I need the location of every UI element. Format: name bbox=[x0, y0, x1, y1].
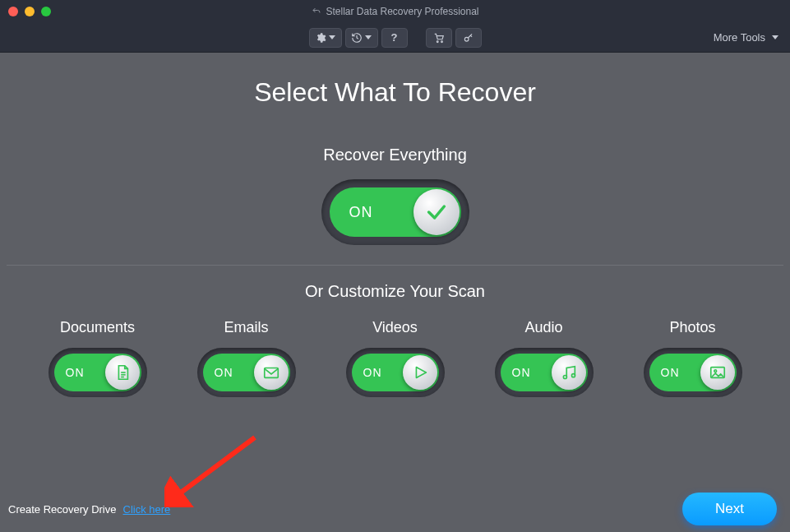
category-label: Videos bbox=[372, 319, 418, 336]
svg-point-9 bbox=[571, 374, 575, 377]
category-label: Documents bbox=[60, 319, 135, 336]
photos-toggle[interactable]: ON bbox=[644, 348, 742, 397]
more-tools-menu[interactable]: More Tools bbox=[714, 31, 778, 44]
history-icon bbox=[351, 32, 363, 44]
category-videos: Videos ON bbox=[346, 319, 445, 397]
help-button[interactable]: ? bbox=[381, 28, 408, 48]
recover-everything-label: Recover Everything bbox=[0, 146, 790, 164]
window-title: Stellar Data Recovery Professional bbox=[311, 6, 478, 17]
category-audio: Audio ON bbox=[495, 319, 594, 397]
gear-icon bbox=[315, 32, 326, 44]
minimize-window-button[interactable] bbox=[25, 7, 35, 16]
toggle-on-text: ON bbox=[363, 366, 382, 379]
recover-everything-toggle[interactable]: ON bbox=[321, 179, 469, 245]
cart-icon bbox=[432, 32, 446, 44]
activate-button[interactable] bbox=[455, 28, 482, 48]
toggle-on-text: ON bbox=[66, 366, 85, 379]
svg-point-2 bbox=[464, 37, 469, 41]
page-title: Select What To Recover bbox=[0, 77, 790, 108]
svg-line-13 bbox=[174, 437, 255, 497]
svg-marker-7 bbox=[416, 368, 426, 378]
toggle-knob bbox=[254, 355, 289, 390]
category-label: Audio bbox=[524, 319, 562, 336]
key-icon bbox=[462, 32, 475, 44]
chevron-down-icon bbox=[365, 35, 372, 39]
check-icon bbox=[425, 201, 448, 224]
svg-point-11 bbox=[714, 370, 716, 372]
divider bbox=[7, 265, 783, 266]
category-label: Emails bbox=[224, 319, 268, 336]
cart-button[interactable] bbox=[426, 28, 452, 48]
chevron-down-icon bbox=[772, 35, 778, 39]
next-button[interactable]: Next bbox=[682, 493, 777, 525]
image-icon bbox=[709, 363, 727, 382]
window-controls bbox=[8, 7, 51, 16]
create-recovery-drive-link[interactable]: Click here bbox=[123, 503, 171, 516]
settings-button[interactable] bbox=[309, 28, 342, 48]
close-window-button[interactable] bbox=[8, 7, 18, 16]
toggle-knob bbox=[700, 355, 735, 390]
window-title-text: Stellar Data Recovery Professional bbox=[326, 6, 478, 17]
category-label: Photos bbox=[669, 319, 715, 336]
envelope-icon bbox=[262, 363, 280, 382]
toggle-on-text: ON bbox=[661, 366, 680, 379]
videos-toggle[interactable]: ON bbox=[346, 348, 445, 397]
customize-scan-label: Or Customize Your Scan bbox=[0, 282, 790, 301]
music-icon bbox=[560, 363, 578, 382]
category-emails: Emails ON bbox=[197, 319, 296, 397]
history-button[interactable] bbox=[345, 28, 378, 48]
svg-point-8 bbox=[563, 375, 566, 378]
document-icon bbox=[113, 363, 132, 382]
toolbar: ? More Tools bbox=[0, 23, 790, 53]
create-recovery-drive-label: Create Recovery Drive bbox=[8, 503, 117, 516]
question-icon: ? bbox=[391, 31, 398, 44]
toggle-knob bbox=[105, 355, 140, 390]
category-documents: Documents ON bbox=[49, 319, 147, 397]
emails-toggle[interactable]: ON bbox=[197, 348, 296, 397]
titlebar: Stellar Data Recovery Professional bbox=[0, 0, 790, 23]
category-photos: Photos ON bbox=[644, 319, 742, 397]
back-arrow-icon bbox=[311, 7, 321, 16]
svg-point-0 bbox=[437, 40, 438, 42]
toggle-knob bbox=[413, 189, 460, 235]
zoom-window-button[interactable] bbox=[41, 7, 51, 16]
svg-point-1 bbox=[441, 40, 442, 42]
more-tools-label: More Tools bbox=[714, 31, 765, 44]
toggle-on-text: ON bbox=[215, 366, 233, 379]
toggle-on-text: ON bbox=[512, 366, 531, 379]
play-icon bbox=[411, 363, 429, 382]
main-content: Select What To Recover Recover Everythin… bbox=[0, 53, 790, 397]
toggle-on-text: ON bbox=[349, 204, 373, 221]
toggle-knob bbox=[403, 355, 437, 390]
toggle-knob bbox=[552, 355, 586, 390]
footer: Create Recovery Drive Click here Next bbox=[0, 491, 790, 532]
audio-toggle[interactable]: ON bbox=[495, 348, 594, 397]
category-list: Documents ON Emails ON bbox=[0, 319, 790, 397]
chevron-down-icon bbox=[329, 35, 335, 39]
documents-toggle[interactable]: ON bbox=[49, 348, 147, 397]
svg-rect-6 bbox=[264, 368, 278, 378]
